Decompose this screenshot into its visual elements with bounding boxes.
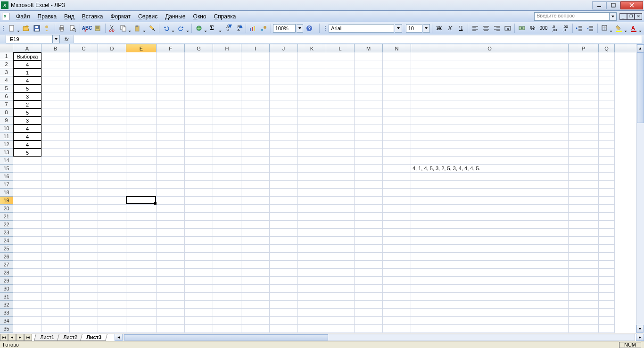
formula-input[interactable] [74, 35, 642, 43]
align-left-button[interactable] [470, 23, 480, 33]
format-painter-button[interactable] [147, 23, 157, 33]
name-box-dropdown[interactable] [53, 35, 60, 43]
font-name-input[interactable]: Arial [329, 24, 394, 33]
cut-button[interactable] [107, 23, 117, 33]
increase-decimal-button[interactable]: ,0,00 [549, 23, 559, 33]
help-button[interactable]: ? [304, 23, 314, 33]
chart-wizard-button[interactable] [248, 23, 258, 33]
fx-icon[interactable]: fx [60, 36, 74, 42]
zoom-dropdown[interactable] [297, 24, 303, 33]
svg-line-22 [153, 29, 155, 31]
svg-rect-38 [616, 31, 622, 32]
open-button[interactable] [21, 23, 31, 33]
decrease-indent-button[interactable] [575, 23, 585, 33]
menu-файл[interactable]: Файл [12, 12, 34, 21]
save-button[interactable] [32, 23, 42, 33]
svg-rect-1 [611, 3, 615, 7]
menu-справка[interactable]: Справка [210, 12, 239, 21]
help-search-dropdown[interactable] [610, 12, 617, 21]
research-button[interactable] [93, 23, 103, 33]
font-name-dropdown[interactable] [395, 24, 402, 33]
new-button[interactable] [7, 23, 20, 33]
format-toolbar-grip[interactable] [324, 26, 327, 31]
font-size-input[interactable]: 10 [406, 24, 422, 33]
doc-close-button[interactable]: ✕ [635, 13, 642, 20]
decrease-decimal-button[interactable]: ,00,0 [561, 23, 570, 33]
merge-center-button[interactable]: a [503, 23, 512, 33]
window-controls [592, 1, 643, 9]
zoom-input[interactable]: 100% [273, 24, 296, 33]
undo-button[interactable] [161, 23, 175, 33]
window-title: Microsoft Excel - ЛР3 [11, 2, 592, 8]
svg-rect-6 [35, 29, 39, 31]
toolbar-grip[interactable] [2, 26, 5, 31]
font-size-dropdown[interactable] [423, 24, 430, 33]
svg-rect-27 [261, 29, 263, 31]
menu-данные[interactable]: Данные [161, 12, 189, 21]
svg-rect-21 [136, 25, 138, 27]
fill-color-button[interactable] [614, 23, 627, 33]
italic-button[interactable]: К [445, 23, 455, 33]
align-center-button[interactable] [481, 23, 491, 33]
svg-text:a: a [507, 26, 509, 31]
font-color-button[interactable]: A [628, 23, 642, 33]
borders-button[interactable] [600, 23, 613, 33]
name-box[interactable]: E19 [6, 35, 53, 43]
svg-rect-7 [35, 26, 38, 28]
menu-окно[interactable]: Окно [190, 12, 210, 21]
maximize-button[interactable] [606, 1, 620, 9]
print-button[interactable] [57, 23, 67, 33]
drawing-button[interactable] [259, 23, 269, 33]
percent-button[interactable]: % [528, 23, 537, 33]
doc-minimize-button[interactable]: _ [619, 13, 627, 20]
menu-правка[interactable]: Правка [34, 12, 61, 21]
menu-сервис[interactable]: Сервис [134, 12, 161, 21]
svg-rect-10 [60, 25, 63, 27]
redo-button[interactable] [176, 23, 190, 33]
menu-формат[interactable]: Формат [107, 12, 134, 21]
svg-rect-24 [250, 28, 251, 31]
formula-bar: E19 fx [0, 34, 644, 44]
menu-вставка[interactable]: Вставка [78, 12, 107, 21]
doc-restore-button[interactable]: ❐ [627, 13, 635, 20]
comma-button[interactable]: 000 [538, 23, 548, 33]
increase-indent-button[interactable] [586, 23, 595, 33]
svg-text:A: A [631, 25, 635, 31]
spelling-button[interactable]: ABC✓ [82, 23, 92, 33]
svg-rect-25 [252, 27, 253, 31]
permission-button[interactable] [43, 23, 53, 33]
svg-text:?: ? [308, 26, 311, 31]
currency-button[interactable] [517, 23, 527, 33]
sort-desc-button[interactable]: ЯА [234, 23, 244, 33]
svg-line-14 [75, 31, 76, 32]
standard-toolbar: ABC✓ Σ АЯ ЯА 100% ? Arial 10 Ж К Ч a % 0… [0, 22, 644, 34]
help-search-input[interactable]: Введите вопрос [534, 12, 610, 21]
print-preview-button[interactable] [68, 23, 78, 33]
svg-rect-4 [9, 25, 14, 31]
svg-rect-26 [254, 26, 255, 31]
svg-rect-12 [70, 25, 74, 31]
underline-button[interactable]: Ч [456, 23, 466, 33]
bold-button[interactable]: Ж [434, 23, 444, 33]
menu-bar: ФайлПравкаВидВставкаФорматСервисДанныеОк… [0, 11, 644, 22]
svg-rect-40 [631, 31, 636, 32]
autosum-button[interactable]: Σ [208, 23, 222, 33]
align-right-button[interactable] [492, 23, 502, 33]
svg-point-34 [521, 27, 523, 29]
close-button[interactable] [620, 1, 643, 9]
svg-rect-19 [122, 27, 126, 31]
excel-icon: X [1, 1, 8, 9]
sort-asc-button[interactable]: АЯ [223, 23, 233, 33]
svg-point-8 [45, 25, 48, 28]
copy-button[interactable] [118, 23, 132, 33]
menu-вид[interactable]: Вид [60, 12, 78, 21]
hyperlink-button[interactable] [194, 23, 207, 33]
minimize-button[interactable] [592, 1, 606, 9]
svg-rect-11 [60, 29, 63, 31]
paste-button[interactable] [132, 23, 146, 33]
title-bar: X Microsoft Excel - ЛР3 [0, 0, 644, 11]
document-icon[interactable] [2, 13, 9, 20]
svg-point-28 [264, 26, 266, 29]
